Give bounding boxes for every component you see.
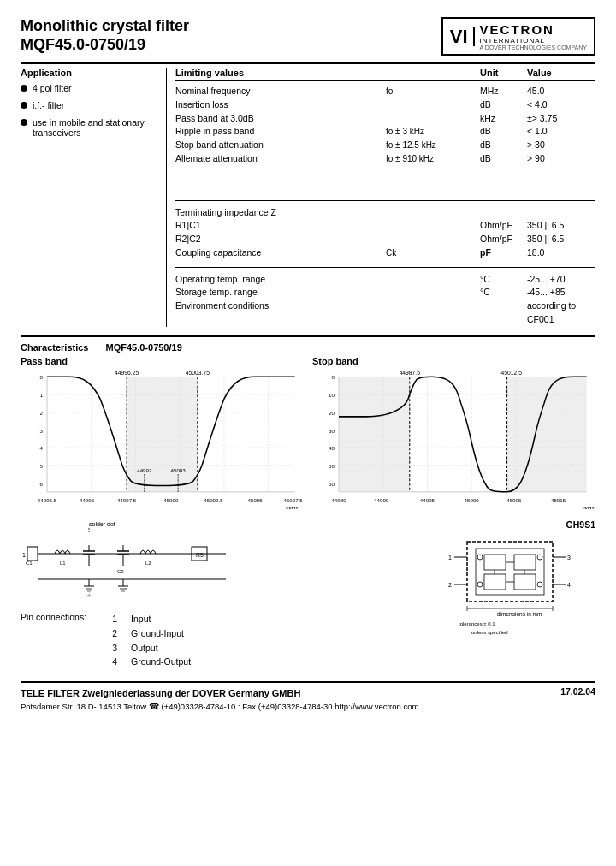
stop-band-label: Stop band: [312, 356, 595, 366]
impedance-section: Terminating impedance Z R1|C1 Ohm/pF 350…: [175, 200, 595, 260]
param-5: Allemate attenuation: [175, 152, 386, 166]
svg-text:C2: C2: [117, 569, 124, 574]
svg-text:30: 30: [329, 427, 335, 433]
svg-text:44996.25: 44996.25: [115, 370, 139, 376]
svg-text:45000: 45000: [465, 497, 480, 503]
chars-title-text: Characteristics: [21, 342, 89, 353]
spec-row-5: Allemate attenuation fo ± 910 kHz dB > 9…: [175, 152, 595, 166]
env-unit-2: [480, 300, 527, 327]
limiting-values-label: Limiting values: [175, 68, 386, 78]
param-4: Stop band attenuation: [175, 139, 386, 152]
param-0: Nominal frequency: [175, 85, 386, 98]
svg-text:44995.5: 44995.5: [38, 497, 57, 503]
svg-point-104: [537, 582, 542, 587]
imp-value-1: 350 || 6.5: [527, 219, 595, 233]
package-svg: 1 2 3 4 dimensions in mm tolerances ± 0.…: [424, 533, 595, 644]
value-2: ±> 3.75: [527, 112, 595, 126]
footer-company: TELE FILTER Zweigniederlassung der DOVER…: [21, 686, 418, 701]
svg-text:44987.5: 44987.5: [400, 370, 421, 376]
env-row-1: Storage temp. range °C -45... +85: [175, 286, 595, 300]
svg-text:0: 0: [39, 374, 43, 380]
svg-text:4: 4: [567, 582, 571, 588]
vi-logo: VI: [450, 27, 475, 46]
svg-rect-114: [514, 555, 536, 570]
chars-model: MQF45.0-0750/19: [106, 342, 182, 353]
imp-cond-3: Ck: [386, 246, 480, 260]
pin-row-1: 1 Input: [104, 612, 191, 626]
spec-row-1: Insertion loss dB < 4.0: [175, 98, 595, 112]
value-4: > 30: [527, 139, 595, 152]
imp-row-1: R1|C1 Ohm/pF 350 || 6.5: [175, 219, 595, 233]
svg-text:60: 60: [329, 480, 335, 486]
bullet-1: [21, 85, 27, 92]
svg-text:3: 3: [567, 555, 571, 561]
app-item-3: use in mobile and stationary transceiver…: [21, 117, 157, 138]
param-3: Ripple in pass band: [175, 125, 386, 139]
svg-text:1: 1: [22, 552, 26, 558]
svg-text:44995: 44995: [80, 497, 95, 503]
env-unit-0: °C: [480, 273, 527, 287]
pin-desc-4: Ground-Output: [131, 655, 191, 669]
spec-row-4: Stop band attenuation fo ± 12.5 kHz dB >…: [175, 139, 595, 152]
svg-text:45005: 45005: [506, 497, 522, 503]
unit-1: dB: [480, 98, 527, 112]
imp-value-0: [527, 206, 595, 220]
title-line2: MQF45.0-0750/19: [21, 36, 189, 55]
imp-cond-1: [386, 219, 480, 233]
vectron-name: VECTRON: [480, 22, 587, 37]
svg-text:1: 1: [448, 555, 452, 561]
header-divider: [21, 62, 595, 64]
svg-text:10: 10: [329, 392, 335, 398]
env-unit-1: °C: [480, 286, 527, 300]
app-item-3-text: use in mobile and stationary transceiver…: [33, 117, 157, 138]
title-line1: Monolithic crystal filter: [21, 17, 189, 36]
svg-text:45007.5: 45007.5: [283, 497, 303, 503]
pin-num-1: 1: [104, 612, 117, 626]
charts-row: Pass band: [21, 356, 595, 512]
svg-text:45002.5: 45002.5: [204, 497, 223, 503]
pin-desc-1: Input: [131, 612, 151, 626]
svg-rect-50: [339, 377, 410, 491]
imp-row-3: Coupling capacitance Ck pF 18.0: [175, 246, 595, 260]
value-1: < 4.0: [527, 98, 595, 112]
pin-connections: Pin connections: 1 Input 2 Ground-Input …: [21, 612, 416, 669]
svg-text:L2: L2: [145, 561, 151, 566]
imp-unit-1: Ohm/pF: [480, 219, 527, 233]
limiting-values-header: Limiting values Unit Value: [175, 68, 595, 81]
unit-2: kHz: [480, 112, 527, 126]
svg-text:44997: 44997: [137, 467, 152, 473]
env-row-2: Environment conditions according to CF00…: [175, 300, 595, 327]
stop-band-svg: 44980 44990 44995 45000 45005 45015 f/kH…: [312, 368, 595, 510]
imp-cond-2: [386, 233, 480, 246]
pin-num-4: 4: [104, 655, 117, 669]
svg-text:45012.5: 45012.5: [501, 370, 523, 376]
svg-text:0: 0: [331, 374, 335, 380]
env-value-0: -25... +70: [527, 273, 595, 287]
param-1: Insertion loss: [175, 98, 386, 112]
pass-band-chart: Pass band: [21, 356, 304, 512]
bullet-2: [21, 102, 27, 109]
svg-text:tolerances ± 0.1: tolerances ± 0.1: [459, 621, 495, 626]
svg-text:2: 2: [448, 582, 452, 588]
imp-unit-0: [480, 206, 527, 220]
svg-text:unless specified: unless specified: [471, 630, 508, 635]
svg-text:45015: 45015: [551, 497, 566, 503]
svg-rect-113: [484, 555, 506, 570]
footer-left: TELE FILTER Zweigniederlassung der DOVER…: [21, 686, 418, 713]
pin-num-2: 2: [104, 626, 117, 641]
imp-param-2: R2|C2: [175, 233, 386, 246]
imp-row-0: Terminating impedance Z: [175, 206, 595, 220]
svg-text:45003.75: 45003.75: [186, 370, 210, 376]
package-diagram: GH9S1 1 2 3 4: [424, 519, 595, 646]
circuit-diagram: solder dot 1 C1 L1 C2 L2: [21, 519, 416, 669]
footer-date: 17.02.04: [560, 686, 595, 697]
svg-point-102: [477, 582, 483, 587]
footer: TELE FILTER Zweigniederlassung der DOVER…: [21, 681, 595, 713]
svg-text:dimensions in mm: dimensions in mm: [497, 611, 542, 617]
imp-value-2: 350 || 6.5: [527, 233, 595, 246]
cond-2: [386, 112, 480, 126]
unit-0: MHz: [480, 85, 527, 98]
characteristics-section: Characteristics MQF45.0-0750/19 Pass ban…: [21, 335, 595, 512]
svg-text:45005: 45005: [248, 497, 264, 503]
env-param-2: Environment conditions: [175, 300, 386, 327]
